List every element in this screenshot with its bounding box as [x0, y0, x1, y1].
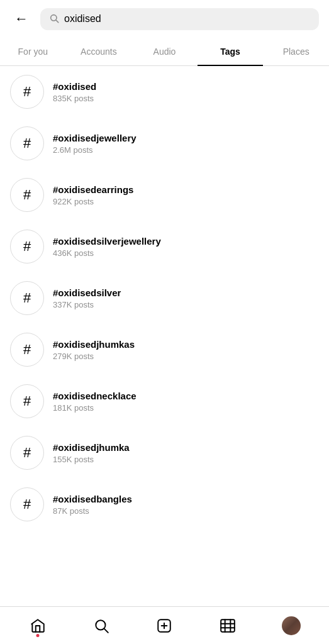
- tag-name: #oxidisedsilverjewellery: [53, 236, 161, 247]
- tag-list-item[interactable]: ##oxidisedsilverjewellery436K posts: [0, 221, 329, 272]
- tag-name: #oxidisedearrings: [53, 184, 133, 195]
- nav-add[interactable]: [148, 612, 180, 640]
- tag-list-item[interactable]: ##oxidisedjhumkas279K posts: [0, 324, 329, 375]
- search-input[interactable]: [64, 13, 310, 25]
- tag-count: 337K posts: [53, 300, 121, 309]
- tag-count: 2.6M posts: [53, 145, 137, 155]
- tag-info: #oxidisedjewellery2.6M posts: [53, 133, 137, 155]
- tag-info: #oxidisedsilver337K posts: [53, 287, 121, 309]
- hashtag-icon: #: [10, 281, 44, 315]
- tag-name: #oxidisedjhumka: [53, 442, 130, 453]
- hashtag-icon: #: [10, 436, 44, 470]
- hashtag-icon: #: [10, 178, 44, 212]
- tag-info: #oxidisednecklace181K posts: [53, 391, 137, 413]
- tag-count: 279K posts: [53, 352, 135, 361]
- hashtag-icon: #: [10, 384, 44, 418]
- tag-list-item[interactable]: ##oxidisedjhumka155K posts: [0, 427, 329, 479]
- nav-home[interactable]: [22, 612, 53, 640]
- tag-list-item[interactable]: ##oxidisednecklace181K posts: [0, 375, 329, 427]
- home-dot-indicator: [36, 634, 40, 637]
- tag-info: #oxidisedearrings922K posts: [53, 184, 133, 206]
- tag-name: #oxidisedbangles: [53, 494, 132, 504]
- svg-line-3: [104, 628, 108, 632]
- tag-info: #oxidisedsilverjewellery436K posts: [53, 236, 161, 258]
- search-icon: [49, 13, 59, 25]
- tag-list-item[interactable]: ##oxidisedjewellery2.6M posts: [0, 118, 329, 169]
- tag-info: #oxidised835K posts: [53, 81, 96, 103]
- hashtag-icon: #: [10, 230, 44, 264]
- search-nav-icon: [93, 618, 109, 634]
- nav-profile[interactable]: [276, 612, 307, 640]
- hashtag-icon: #: [10, 487, 44, 521]
- tag-name: #oxidised: [53, 81, 96, 92]
- tag-name: #oxidisedsilver: [53, 287, 121, 298]
- nav-search[interactable]: [86, 612, 117, 640]
- tag-name: #oxidisedjhumkas: [53, 339, 135, 350]
- tag-list: ##oxidised835K posts##oxidisedjewellery2…: [0, 66, 329, 530]
- bottom-nav: [0, 606, 329, 644]
- tag-count: 155K posts: [53, 455, 130, 464]
- back-button[interactable]: ←: [10, 8, 33, 30]
- tag-count: 436K posts: [53, 248, 161, 258]
- add-icon: [156, 618, 172, 634]
- header: ←: [0, 0, 329, 38]
- tag-info: #oxidisedjhumkas279K posts: [53, 339, 135, 361]
- page-content: ##oxidised835K posts##oxidisedjewellery2…: [0, 66, 329, 574]
- hashtag-icon: #: [10, 126, 44, 160]
- tag-list-item[interactable]: ##oxidisedearrings922K posts: [0, 169, 329, 221]
- home-icon: [30, 618, 46, 634]
- tag-count: 87K posts: [53, 506, 132, 516]
- svg-line-1: [56, 20, 59, 23]
- tab-accounts[interactable]: Accounts: [66, 38, 132, 65]
- back-arrow-icon: ←: [14, 11, 28, 27]
- tab-audio[interactable]: Audio: [131, 38, 198, 65]
- svg-rect-7: [221, 619, 235, 632]
- tag-count: 922K posts: [53, 197, 133, 206]
- hashtag-icon: #: [10, 75, 44, 109]
- tab-for-you[interactable]: For you: [0, 38, 66, 65]
- tag-count: 835K posts: [53, 94, 96, 103]
- tag-name: #oxidisedjewellery: [53, 133, 137, 143]
- tag-list-item[interactable]: ##oxidised835K posts: [0, 66, 329, 118]
- tab-tags[interactable]: Tags: [198, 38, 264, 65]
- tag-list-item[interactable]: ##oxidisedbangles87K posts: [0, 479, 329, 530]
- reels-icon: [220, 618, 236, 634]
- tag-name: #oxidisednecklace: [53, 391, 137, 401]
- search-bar[interactable]: [40, 8, 319, 30]
- tag-list-item[interactable]: ##oxidisedsilver337K posts: [0, 272, 329, 324]
- hashtag-icon: #: [10, 333, 44, 367]
- nav-reels[interactable]: [212, 612, 243, 640]
- tab-places[interactable]: Places: [263, 38, 329, 65]
- profile-avatar: [282, 616, 301, 635]
- tag-count: 181K posts: [53, 403, 137, 413]
- tag-info: #oxidisedjhumka155K posts: [53, 442, 130, 464]
- tag-info: #oxidisedbangles87K posts: [53, 494, 132, 516]
- tabs-bar: For youAccountsAudioTagsPlaces: [0, 38, 329, 66]
